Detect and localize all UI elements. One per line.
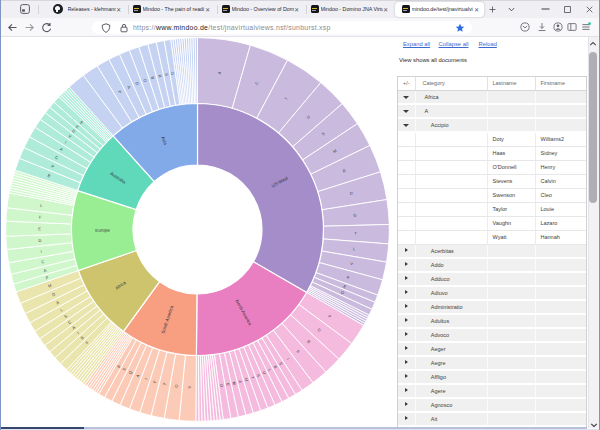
svg-text:G: G [353,212,357,217]
svg-text:O: O [174,384,179,388]
svg-text:D: D [38,238,41,243]
svg-text:E: E [38,226,41,231]
svg-text:Europe: Europe [95,228,110,233]
